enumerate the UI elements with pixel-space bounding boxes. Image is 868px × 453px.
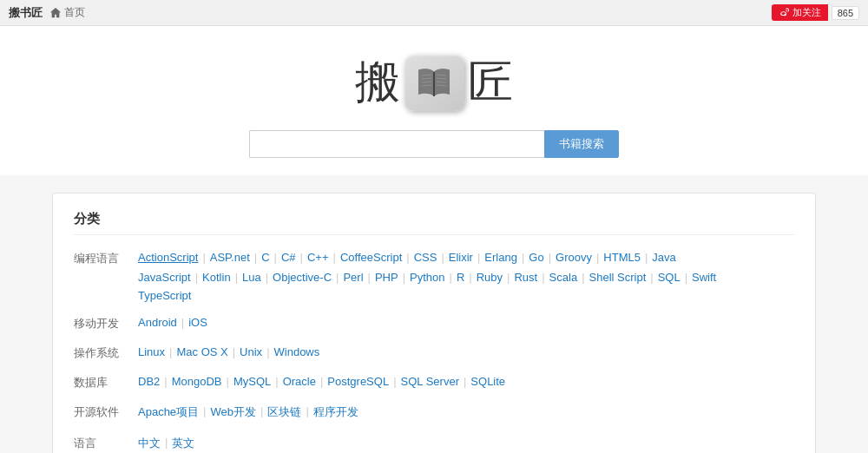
logo-char-right: 匠 — [468, 52, 513, 113]
link-erlang[interactable]: Erlang — [481, 249, 521, 266]
logo-char-left: 搬 — [355, 52, 400, 113]
category-title: 分类 — [74, 211, 794, 235]
link-chinese[interactable]: 中文 — [135, 434, 164, 453]
category-label-db: 数据库 — [74, 373, 135, 391]
search-button[interactable]: 书籍搜索 — [544, 130, 619, 158]
link-go[interactable]: Go — [525, 249, 547, 266]
link-android[interactable]: Android — [135, 314, 181, 331]
link-linux[interactable]: Linux — [135, 344, 168, 360]
main-content: 分类 编程语言 ActionScript| ASP.net| C| C#| C+… — [52, 193, 816, 453]
link-aspnet[interactable]: ASP.net — [207, 249, 253, 266]
link-rust[interactable]: Rust — [510, 269, 541, 286]
link-blockchain[interactable]: 区块链 — [264, 403, 305, 422]
home-icon — [49, 7, 62, 19]
logo-area: 搬 匠 — [0, 52, 868, 113]
link-unix[interactable]: Unix — [236, 344, 266, 360]
category-row-db: 数据库 DB2| MongoDB| MySQL| Oracle| Postgre… — [74, 373, 794, 391]
home-link[interactable]: 首页 — [49, 5, 85, 20]
category-label-os: 操作系统 — [74, 344, 135, 361]
link-css[interactable]: CSS — [411, 249, 441, 266]
link-webdev[interactable]: Web开发 — [207, 403, 260, 422]
hero-section: 搬 匠 书籍搜索 — [0, 26, 868, 175]
category-row-os: 操作系统 Linux| Mac OS X| Unix| Windows — [74, 344, 794, 361]
link-groovy[interactable]: Groovy — [552, 249, 595, 266]
category-label-opensource: 开源软件 — [74, 403, 135, 420]
header-left: 搬书匠 首页 — [9, 5, 85, 21]
mobile-links: Android| iOS — [135, 314, 794, 331]
db-links: DB2| MongoDB| MySQL| Oracle| PostgreSQL|… — [135, 373, 794, 390]
category-row-mobile: 移动开发 Android| iOS — [74, 314, 794, 332]
link-objectivec[interactable]: Objective-C — [269, 269, 335, 286]
follow-count: 865 — [832, 6, 859, 20]
link-mysql[interactable]: MySQL — [230, 373, 274, 390]
category-label-language: 语言 — [74, 434, 135, 451]
link-cpp[interactable]: C++ — [304, 249, 332, 266]
link-javascript[interactable]: JavaScript — [135, 269, 194, 286]
link-macos[interactable]: Mac OS X — [173, 344, 231, 360]
header: 搬书匠 首页 加关注 865 — [0, 0, 868, 26]
link-actionscript[interactable]: ActionScript — [135, 249, 201, 266]
category-row-programming: 编程语言 ActionScript| ASP.net| C| C#| C++| … — [74, 249, 794, 302]
link-scala[interactable]: Scala — [546, 269, 582, 286]
link-ios[interactable]: iOS — [185, 314, 211, 331]
logo-book-icon — [404, 55, 464, 111]
search-area: 书籍搜索 — [0, 130, 868, 158]
link-python[interactable]: Python — [406, 269, 448, 286]
category-label-programming: 编程语言 — [74, 249, 135, 266]
link-swift[interactable]: Swift — [688, 269, 720, 286]
link-shellscript[interactable]: Shell Script — [586, 269, 650, 286]
link-sqlite[interactable]: SQLite — [467, 373, 509, 390]
link-r[interactable]: R — [453, 269, 468, 286]
follow-button-group: 加关注 865 — [772, 4, 859, 21]
link-sql[interactable]: SQL — [654, 269, 684, 286]
opensource-links: Apache项目| Web开发| 区块链| 程序开发 — [135, 403, 794, 422]
category-row-language: 语言 中文| 英文 — [74, 434, 794, 453]
site-title: 搬书匠 — [9, 5, 43, 21]
link-mongodb[interactable]: MongoDB — [168, 373, 226, 390]
link-lua[interactable]: Lua — [239, 269, 265, 286]
link-english[interactable]: 英文 — [168, 434, 198, 453]
language-links: 中文| 英文 — [135, 434, 794, 453]
link-html5[interactable]: HTML5 — [600, 249, 644, 266]
link-kotlin[interactable]: Kotlin — [199, 269, 234, 286]
weibo-icon — [779, 7, 790, 18]
link-db2[interactable]: DB2 — [135, 373, 163, 390]
follow-label: 加关注 — [792, 6, 821, 19]
link-ruby[interactable]: Ruby — [473, 269, 506, 286]
link-coffeescript[interactable]: CoffeeScript — [337, 249, 405, 266]
book-svg-icon — [415, 65, 453, 100]
search-input[interactable] — [249, 130, 544, 158]
weibo-follow-button[interactable]: 加关注 — [772, 4, 828, 21]
link-windows[interactable]: Windows — [271, 344, 324, 360]
home-label: 首页 — [64, 5, 85, 20]
link-apache[interactable]: Apache项目 — [135, 403, 202, 422]
category-label-mobile: 移动开发 — [74, 314, 135, 332]
link-perl[interactable]: Perl — [339, 269, 366, 286]
category-row-opensource: 开源软件 Apache项目| Web开发| 区块链| 程序开发 — [74, 403, 794, 422]
link-java[interactable]: Java — [648, 249, 679, 266]
link-postgresql[interactable]: PostgreSQL — [324, 373, 392, 390]
programming-links: ActionScript| ASP.net| C| C#| C++| Coffe… — [135, 249, 794, 302]
link-typescript[interactable]: TypeScript — [135, 287, 194, 304]
link-c[interactable]: C — [258, 249, 273, 266]
link-oracle[interactable]: Oracle — [279, 373, 319, 390]
link-csharp[interactable]: C# — [278, 249, 299, 266]
link-sqlserver[interactable]: SQL Server — [398, 373, 463, 390]
link-php[interactable]: PHP — [372, 269, 402, 286]
link-programming[interactable]: 程序开发 — [310, 403, 362, 422]
os-links: Linux| Mac OS X| Unix| Windows — [135, 344, 794, 360]
link-elixir[interactable]: Elixir — [445, 249, 477, 266]
